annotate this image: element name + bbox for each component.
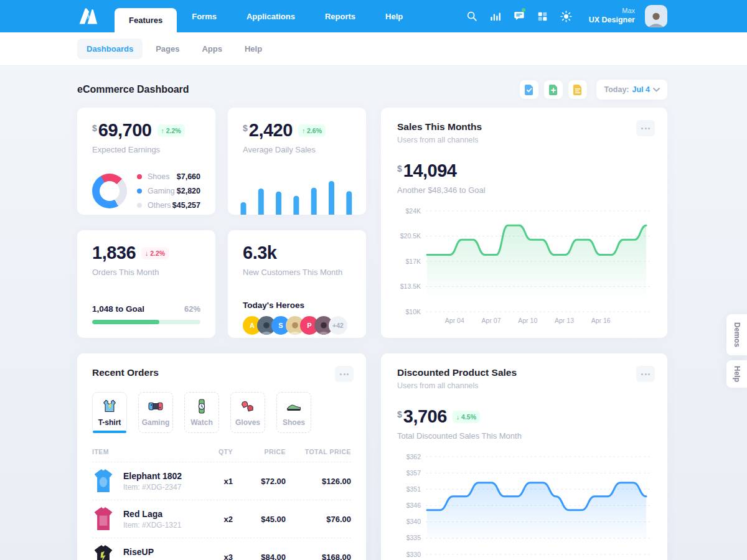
- heroes-title: Today's Heroes: [243, 301, 351, 310]
- date-filter-value: Jul 4: [632, 85, 651, 94]
- nav-tab-applications[interactable]: Applications: [232, 0, 310, 32]
- discount-value: 3,706: [403, 408, 447, 426]
- orders-table: ITEM QTY PRICE TOTAL PRICE Elepha: [92, 446, 351, 560]
- currency-symbol: $: [397, 164, 402, 174]
- orders-goal: 1,048 to Goal 62%: [92, 304, 200, 324]
- recent-orders-menu-button[interactable]: [335, 366, 354, 382]
- discount-subtitle: Users from all channels: [397, 381, 651, 390]
- order-qty: x1: [202, 477, 233, 486]
- nav-tab-forms[interactable]: Forms: [177, 0, 232, 32]
- avatar-more-count[interactable]: +42: [329, 316, 347, 335]
- user-avatar[interactable]: [645, 5, 667, 27]
- stats-button[interactable]: [486, 6, 505, 26]
- svg-text:Apr 13: Apr 13: [555, 317, 574, 324]
- theme-toggle-button[interactable]: [557, 6, 576, 26]
- order-total: $168.00: [286, 553, 351, 560]
- help-drawer-tab[interactable]: Help: [726, 360, 747, 388]
- discount-menu-button[interactable]: [636, 366, 655, 382]
- export-check-button[interactable]: [520, 80, 538, 99]
- svg-text:$20.5K: $20.5K: [400, 232, 421, 240]
- messages-button[interactable]: [509, 6, 529, 26]
- svg-text:$346: $346: [406, 502, 421, 509]
- nav-tab-features[interactable]: Features: [115, 8, 177, 32]
- legend-item-others: Others $45,257: [137, 198, 200, 212]
- currency-symbol: $: [397, 409, 402, 419]
- legend-dot: [137, 203, 142, 208]
- category-tab-shoes[interactable]: Shoes: [276, 392, 311, 433]
- subnav-help[interactable]: Help: [235, 39, 271, 59]
- sneaker-icon: [286, 398, 302, 414]
- product-name: Red Laga: [123, 509, 181, 519]
- subnav-apps[interactable]: Apps: [192, 39, 232, 59]
- subnav-pages[interactable]: Pages: [146, 39, 189, 59]
- legend-item-gaming: Gaming $2,820: [137, 184, 200, 198]
- order-row[interactable]: RiseUP Item: #XDG-4312 x3 $84.00 $168.00: [92, 538, 351, 560]
- order-row[interactable]: Elephant 1802 Item: #XDG-2347 x1 $72.00 …: [92, 462, 351, 500]
- product-thumbnail: [92, 506, 115, 531]
- search-button[interactable]: [462, 6, 482, 26]
- sales-value: 14,094: [403, 162, 457, 180]
- app-logo[interactable]: [77, 0, 98, 32]
- add-file-button[interactable]: [544, 80, 563, 99]
- dashboard-grid: $ 69,700 ↑ 2.2% Expected Earnings Shoes: [77, 108, 667, 560]
- category-tab-gloves[interactable]: Gloves: [230, 392, 265, 433]
- file-plus-icon: [548, 84, 558, 95]
- svg-text:$357: $357: [406, 469, 421, 477]
- category-tab-watch[interactable]: Watch: [184, 392, 219, 433]
- order-total: $126.00: [286, 477, 351, 486]
- watch-icon: [194, 398, 210, 414]
- card-sales-this-months: Sales This Months Users from all channel…: [381, 108, 667, 338]
- goal-progress-bar: [92, 320, 200, 324]
- file-check-icon: [524, 84, 534, 95]
- order-price: $72.00: [233, 477, 286, 486]
- user-info: Max UX Designer: [589, 7, 635, 25]
- svg-text:Apr 16: Apr 16: [591, 317, 611, 324]
- bar-chart-icon: [490, 11, 501, 22]
- order-price: $45.00: [233, 515, 286, 524]
- legend-dot: [137, 189, 142, 194]
- card-discounted-product-sales: Discounted Product Sales Users from all …: [381, 353, 667, 560]
- user-name: Max: [589, 7, 635, 16]
- report-file-button[interactable]: [568, 80, 587, 99]
- apps-grid-button[interactable]: [533, 6, 553, 26]
- chat-icon: [514, 11, 525, 22]
- nav-tab-reports[interactable]: Reports: [310, 0, 370, 32]
- gloves-icon: [240, 398, 256, 414]
- sales-line-chart: $24K$20.5K$17K$13.5K$10KApr 04Apr 07Apr …: [397, 203, 651, 328]
- page-header-actions: Today: Jul 4: [520, 80, 667, 100]
- daily-sales-delta-badge: ↑ 2.6%: [298, 124, 326, 137]
- subnav-dashboards[interactable]: Dashboards: [77, 39, 143, 59]
- avatar-photo-icon: [647, 10, 665, 27]
- main-content: eCommerce Dashboard: [0, 77, 747, 560]
- sales-menu-button[interactable]: [636, 120, 655, 136]
- discount-line-chart: $362$357$351$346$340$335$330Apr 04Apr 07…: [397, 449, 651, 560]
- svg-text:Apr 04: Apr 04: [445, 317, 464, 324]
- discount-title: Discounted Product Sales: [397, 367, 651, 378]
- daily-sales-bar-chart: [240, 179, 352, 215]
- page-title: eCommerce Dashboard: [77, 84, 189, 95]
- gamepad-icon: [148, 398, 164, 414]
- date-filter[interactable]: Today: Jul 4: [596, 80, 667, 100]
- category-tab-tshirt[interactable]: T-shirt: [92, 392, 127, 433]
- svg-text:$330: $330: [406, 551, 421, 558]
- user-role: UX Designer: [589, 16, 635, 26]
- category-tab-gaming[interactable]: Gaming: [138, 392, 173, 433]
- card-recent-orders: Recent Orders T-shirt: [77, 353, 366, 560]
- nav-tab-help[interactable]: Help: [370, 0, 418, 32]
- product-thumbnail: [92, 544, 115, 560]
- goal-label: 1,048 to Goal: [92, 304, 144, 314]
- earnings-donut-chart: [92, 174, 127, 208]
- svg-text:$10K: $10K: [405, 308, 421, 315]
- svg-text:Apr 10: Apr 10: [518, 317, 537, 324]
- recent-orders-title: Recent Orders: [92, 367, 351, 378]
- orders-delta-badge: ↓ 2.2%: [141, 247, 169, 259]
- product-id: Item: #XDG-1321: [123, 521, 181, 530]
- legend-dot: [137, 174, 142, 179]
- app-grid-icon: [537, 11, 548, 22]
- order-row[interactable]: Red Laga Item: #XDG-1321 x2 $45.00 $76.0…: [92, 500, 351, 538]
- order-total: $76.00: [286, 515, 351, 524]
- topbar-actions: Max UX Designer: [462, 0, 667, 32]
- earnings-label: Expected Earnings: [92, 145, 200, 154]
- discount-delta-badge: ↓ 4.5%: [453, 411, 480, 423]
- demos-drawer-tab[interactable]: Demos: [726, 314, 747, 355]
